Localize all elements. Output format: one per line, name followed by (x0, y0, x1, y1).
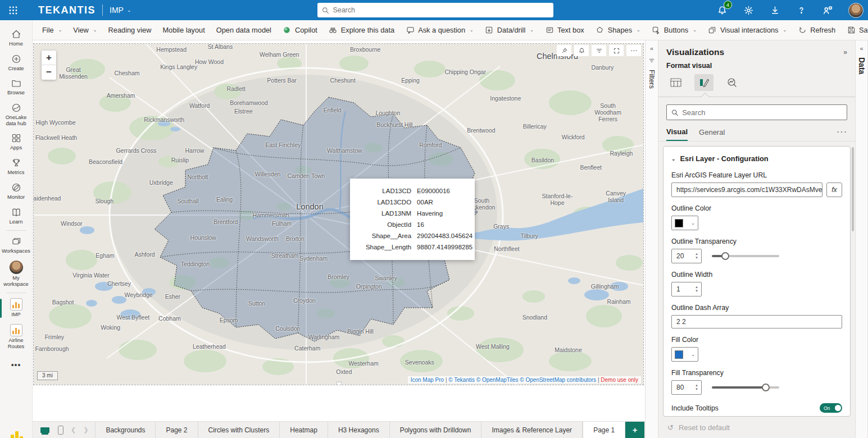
filter-visual-button[interactable] (592, 45, 606, 56)
include-tooltips-toggle[interactable]: On (820, 403, 842, 413)
sidebar-item-onelake[interactable]: OneLake data hub (0, 99, 33, 130)
zoom-out-button[interactable]: − (42, 65, 56, 80)
analytics-tab[interactable] (722, 74, 742, 91)
pane-scrollbar[interactable] (852, 147, 854, 231)
sidebar-item-browse[interactable]: Browse (0, 75, 33, 99)
sidebar-item-imp[interactable]: IMP (0, 295, 33, 321)
feedback-button[interactable] (822, 4, 833, 16)
section-esri-layer-configuration[interactable]: ⌄ Esri Layer - Configuration (671, 152, 842, 164)
expand-data-icon[interactable]: « (860, 45, 863, 52)
format-visual-tab[interactable] (694, 74, 714, 91)
global-search-input[interactable] (333, 6, 549, 14)
menu-item-data-drill[interactable]: Data/drill⌄ (480, 22, 539, 38)
global-search[interactable] (317, 3, 553, 17)
download-button[interactable] (769, 4, 780, 16)
more-options-button[interactable]: ⋯ (626, 45, 641, 56)
fill-color-dropdown[interactable]: ⌄ (671, 347, 698, 362)
alert-visual-button[interactable] (574, 45, 589, 56)
attribution-link[interactable]: © Tekantis (448, 377, 475, 383)
page-tab[interactable]: Page 1 (583, 422, 625, 438)
trophy-icon (11, 157, 22, 168)
menu-item-reading-view[interactable]: Reading view (103, 22, 157, 38)
menu-item-explore-data[interactable]: Explore this data (324, 22, 399, 38)
page-tab[interactable]: Backgrounds (96, 422, 156, 438)
page-tab[interactable]: Images & Reference Layer (481, 422, 583, 438)
prev-page-arrow[interactable]: ❮ (71, 426, 76, 434)
outline-transparency-input[interactable]: 20▲▼ (671, 249, 702, 263)
map-visual[interactable]: HempsteadSt AlbansWelham GreenBroxbourne… (34, 44, 643, 385)
add-page-button[interactable]: + (625, 422, 644, 438)
build-visual-tab[interactable] (666, 74, 685, 91)
menu-item-shapes[interactable]: Shapes⌄ (590, 22, 646, 38)
esri-url-input[interactable]: https://services9.arcgis.com/c1W33XRwDAs… (671, 182, 822, 197)
spinner-arrows[interactable]: ▲▼ (695, 252, 701, 259)
menu-item-view[interactable]: View⌄ (68, 22, 102, 38)
filters-pane-collapsed[interactable]: « Filters (645, 40, 658, 438)
page-tab[interactable]: Polygons with Drilldown (390, 422, 482, 438)
attribution-link[interactable]: Icon Map Pro (411, 377, 444, 383)
pin-visual-button[interactable] (557, 45, 571, 56)
attribution-link[interactable]: © OpenMapTiles (476, 377, 519, 383)
expand-filters-icon[interactable]: « (650, 45, 653, 52)
format-search-input[interactable] (682, 108, 842, 117)
buttons-icon (652, 26, 661, 35)
chevron-down-icon: ⌄ (530, 28, 534, 33)
settings-button[interactable] (743, 4, 754, 16)
speech-bubble-icon (406, 26, 415, 35)
user-avatar[interactable] (848, 3, 864, 18)
workspaces-icon (11, 236, 22, 247)
menu-item-open-data-model[interactable]: Open data model (211, 22, 276, 38)
sidebar-item-home[interactable]: Home (0, 26, 33, 51)
outline-width-input[interactable]: 1▲▼ (671, 282, 702, 296)
tabs-more-button[interactable]: ··· (837, 127, 847, 141)
sidebar-item-create[interactable]: Create (0, 51, 33, 75)
sidebar-item-workspaces[interactable]: Workspaces (0, 233, 33, 258)
fill-transparency-slider[interactable] (712, 383, 779, 392)
zoom-in-button[interactable]: + (42, 51, 56, 65)
desktop-view-button[interactable] (39, 425, 51, 436)
format-search[interactable] (666, 104, 847, 120)
menu-item-copilot[interactable]: Copilot (278, 22, 322, 38)
outline-transparency-slider[interactable] (712, 252, 779, 261)
tab-general[interactable]: General (699, 128, 725, 140)
sidebar-item-airline-routes[interactable]: Airline Routes (0, 321, 33, 353)
sidebar-item-my-workspace[interactable]: My workspace (0, 258, 33, 290)
outline-color-dropdown[interactable]: ⌄ (671, 216, 698, 230)
data-pane-collapsed[interactable]: « Data (855, 40, 868, 438)
next-page-arrow[interactable]: ❯ (83, 426, 88, 434)
focus-mode-button[interactable] (609, 45, 624, 56)
page-tab[interactable]: Circles with Clusters (198, 422, 280, 438)
sidebar-item-apps[interactable]: Apps (0, 130, 33, 154)
sidebar-item-learn[interactable]: Learn (0, 204, 33, 229)
outline-dash-input[interactable]: 2 2 (671, 315, 842, 328)
spinner-arrows[interactable]: ▲▼ (695, 285, 701, 293)
spinner-arrows[interactable]: ▲▼ (695, 384, 701, 391)
help-button[interactable] (796, 4, 807, 16)
sidebar-item-monitor[interactable]: Monitor (0, 179, 33, 204)
menu-item-refresh[interactable]: Refresh (793, 22, 840, 38)
attribution-link[interactable]: © OpenStreetMap contributors (520, 377, 596, 383)
mobile-view-button[interactable] (58, 426, 63, 435)
sidebar-more-button[interactable]: ••• (11, 361, 21, 369)
menu-item-buttons[interactable]: Buttons⌄ (647, 22, 702, 38)
menu-item-ask-question[interactable]: Ask a question⌄ (401, 22, 479, 38)
sidebar-item-metrics[interactable]: Metrics (0, 154, 33, 179)
page-tab[interactable]: Heatmap (280, 422, 328, 438)
filter-icon (648, 57, 655, 64)
page-tab[interactable]: Page 2 (156, 422, 198, 438)
tab-visual[interactable]: Visual (666, 127, 688, 141)
notifications-button[interactable]: 4 (716, 4, 728, 16)
waffle-menu-icon[interactable] (0, 0, 26, 20)
reset-to-default-button[interactable]: ↺ Reset to default (658, 417, 855, 438)
collapse-pane-icon[interactable]: » (843, 48, 847, 56)
workspace-switcher[interactable]: IMP⌄ (110, 6, 131, 15)
menu-item-text-box[interactable]: Text box (540, 22, 589, 38)
menu-item-file[interactable]: File⌄ (37, 22, 67, 38)
menu-item-save[interactable]: Save (842, 22, 868, 38)
fill-transparency-input[interactable]: 80▲▼ (671, 380, 702, 395)
menu-item-visual-interactions[interactable]: Visual interactions⌄ (703, 22, 792, 38)
page-tab[interactable]: H3 Hexagons (328, 422, 390, 438)
menu-item-mobile-layout[interactable]: Mobile layout (157, 22, 210, 38)
outline-dash-label: Outline Dash Array (671, 304, 842, 312)
fx-conditional-format-button[interactable]: fx (826, 182, 842, 197)
